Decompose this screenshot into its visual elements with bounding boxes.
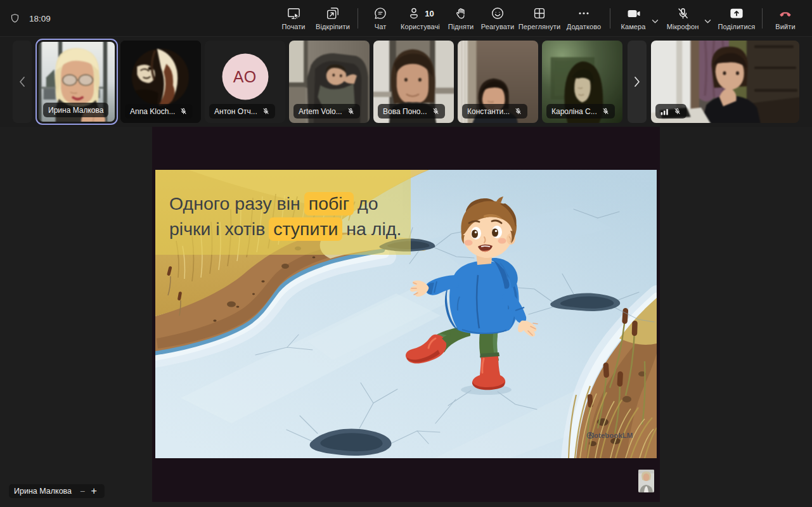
participant-tile-karolina[interactable]: Кароліна С... [542,41,622,123]
selfview-photo [638,470,654,492]
strip-scroll-left-button[interactable] [13,41,32,123]
chat-label: Чат [375,23,387,30]
name-pill-anton: Антон Отч... [209,104,275,119]
strip-scroll-right-button[interactable] [628,41,647,123]
camera-options-chevron-icon[interactable] [651,16,659,27]
name-pill-artem: Artem Volo... [293,104,360,119]
participant-name: Ирина Малкова [48,106,103,115]
raise-hand-label: Підняти [448,23,474,30]
unpin-icon [325,5,340,22]
meeting-toolbar: 18:09 Почати Відкріпити Чат 10 Користува… [0,0,812,37]
mic-off-icon [673,107,681,115]
presentation-slide: Одного разу він побіг до річки і хотів с… [155,170,657,458]
name-pill-konstantin: Константи... [462,104,527,119]
participant-name: Кароліна С... [551,107,597,116]
toolbar-divider [610,8,610,29]
unpin-button[interactable]: Відкріпити [312,5,354,34]
slide-highlight-word: побіг [304,192,354,215]
name-pill-irina: Ирина Малкова [43,103,108,117]
chevron-right-icon [633,75,641,88]
mic-off-icon [179,107,188,115]
view-button[interactable]: Переглянути [518,5,561,34]
participant-tile-anton[interactable]: АО Антон Отч... [205,41,285,123]
mic-off-icon [514,107,522,115]
participant-tile-vova[interactable]: Вова Поно... [373,41,454,123]
status-pill-wide [655,104,686,119]
leave-button[interactable]: Вийти [770,5,801,34]
view-grid-icon [532,5,547,22]
participant-tile-irina[interactable]: Ирина Малкова [35,39,118,125]
camera-button[interactable]: Камера [617,5,649,34]
react-button[interactable]: Реагувати [478,5,517,34]
participant-tile-wide[interactable] [651,41,799,123]
participant-name: Антон Отч... [214,107,257,116]
mic-off-icon [262,107,270,115]
more-dots-icon [576,5,592,22]
meeting-info: 18:09 [9,0,51,37]
chevron-left-icon [18,75,26,88]
chat-icon [373,5,388,22]
slide-text: Одного разу він побіг до річки і хотів с… [169,191,423,241]
people-label: Користувачі [401,23,440,30]
view-label: Переглянути [519,23,560,30]
people-icon: 10 [406,5,434,22]
toolbar-divider [358,8,358,29]
camera-icon [626,5,641,22]
participant-name: Artem Volo... [299,107,342,116]
react-icon [490,5,505,22]
shield-icon [9,12,21,25]
zoom-in-button[interactable]: + [88,484,100,498]
watermark-text: NotebookLM [589,432,633,439]
mic-off-icon [675,5,691,22]
mic-options-chevron-icon[interactable] [704,16,712,27]
participant-name: Константи... [467,107,510,116]
presenter-name: Ирина Малкова [14,487,72,496]
people-count: 10 [425,9,434,18]
name-pill-vova: Вова Поно... [378,104,445,119]
react-label: Реагувати [481,23,514,30]
participant-tile-konstantin[interactable]: Константи... [458,41,538,123]
start-share-label: Почати [281,23,305,30]
notebooklm-watermark: NotebookLM [586,432,633,439]
participant-name: Вова Поно... [383,107,427,116]
share-button[interactable]: Поділитися [718,5,756,34]
avatar-initials: АО [233,68,257,86]
people-button[interactable]: 10 Користувачі [396,5,444,34]
camera-label: Камера [621,23,645,30]
chat-button[interactable]: Чат [366,5,394,34]
start-share-button[interactable]: Почати [275,5,312,34]
shared-content-stage: Одного разу він побіг до річки і хотів с… [152,127,660,502]
share-label: Поділитися [718,23,756,30]
selfview-thumbnail[interactable] [638,470,654,492]
presenter-zoom-pill: Ирина Малкова − + [9,484,105,498]
slide-text-run: Одного разу він [169,193,306,214]
leave-call-icon [777,5,794,22]
raise-hand-button[interactable]: Підняти [444,5,478,34]
signal-bars-icon [661,107,669,115]
mic-button[interactable]: Мікрофон [666,5,700,34]
toolbar-divider [762,8,763,29]
participant-tile-anna[interactable]: Anna Kloch... [120,41,201,123]
slide-text-run: до [352,193,378,214]
avatar-anton-initials: АО [222,54,268,100]
screen-share-icon [286,5,302,22]
more-button[interactable]: Додатково [563,5,605,34]
share-icon [729,5,744,22]
mic-off-icon [432,107,440,115]
zoom-out-button[interactable]: − [77,484,88,498]
unpin-label: Відкріпити [316,23,350,30]
name-pill-anna: Anna Kloch... [125,104,193,119]
slide-text-run: на лід. [341,219,401,239]
leave-label: Вийти [775,23,795,30]
participants-filmstrip: Ирина Малкова Anna Kloch... [0,37,812,127]
meeting-time: 18:09 [29,14,51,23]
participant-tile-artem[interactable]: Artem Volo... [289,41,370,123]
slide-highlight-word: ступити [269,217,342,241]
slide-text-run: річки і хотів [169,219,270,239]
participant-name: Anna Kloch... [130,107,175,116]
name-pill-karolina: Кароліна С... [546,104,615,119]
mic-off-icon [602,107,610,115]
mic-label: Мікрофон [667,23,699,30]
mic-off-icon [347,107,355,115]
more-label: Додатково [567,23,602,30]
